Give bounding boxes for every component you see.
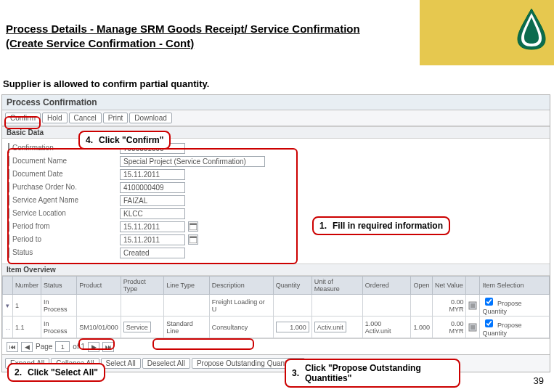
pager-page-input[interactable]: 1 xyxy=(55,341,70,352)
location-label: Service Location xyxy=(8,208,117,219)
cell-ordered xyxy=(362,295,411,317)
pager-last-button[interactable]: ⏭ xyxy=(102,342,114,352)
location-field[interactable]: KLCC xyxy=(120,208,185,219)
agent-field[interactable]: FAIZAL xyxy=(120,195,185,206)
pager-page-label: Page xyxy=(36,343,52,351)
pager-of-label: of 1 xyxy=(73,343,85,351)
svg-rect-3 xyxy=(190,237,197,238)
svg-rect-1 xyxy=(190,224,197,225)
cell-product: SM10/01/000 xyxy=(77,317,121,338)
cell-open: 1.000 xyxy=(411,317,433,338)
cell-select[interactable]: Propose Quantity xyxy=(480,317,550,338)
sap-screen-title: Process Confirmation xyxy=(2,95,550,110)
slide-subtitle: Supplier is allowed to confirm partial q… xyxy=(3,78,209,89)
po-label: Purchase Order No. xyxy=(8,182,117,192)
calendar-icon[interactable] xyxy=(188,234,198,245)
item-overview-header: Item Overview xyxy=(2,264,550,276)
cell-desc: Freight Loading or U xyxy=(209,295,273,317)
col-qty: Quantity xyxy=(273,277,311,295)
slide-number: 39 xyxy=(534,375,544,386)
period-from-field[interactable]: 15.11.2011 xyxy=(120,221,185,232)
callout-text: Fill in required information xyxy=(333,221,443,231)
cell-product xyxy=(77,295,121,317)
print-button[interactable]: Print xyxy=(103,113,129,123)
row-detail-icon[interactable] xyxy=(466,317,480,338)
cell-qty[interactable]: 1.000 xyxy=(273,317,311,338)
cell-ltype xyxy=(164,295,209,317)
col-number: Number xyxy=(13,277,41,295)
po-field[interactable]: 4100000409 xyxy=(120,182,185,193)
cell-ptype: Service xyxy=(121,317,163,338)
cell-uom xyxy=(311,295,362,317)
callout-num: 3. xyxy=(292,368,299,378)
slide-header: Process Details - Manage SRM Goods Recei… xyxy=(0,0,554,65)
col-sel: Item Selection xyxy=(480,277,550,295)
table-row: ‥ 1.1 In Process SM10/01/000 Service Sta… xyxy=(3,317,550,338)
callout-num: 1. xyxy=(319,221,327,231)
hold-button[interactable]: Hold xyxy=(42,113,68,123)
main-toolbar: Confirm Hold Cancel Print Download xyxy=(2,110,550,126)
col-product: Product xyxy=(77,277,121,295)
period-from-label: Period from xyxy=(8,221,117,232)
propose-qty-checkbox[interactable] xyxy=(485,298,493,306)
callout-text: Click "Propose Outstanding Quantities" xyxy=(305,363,453,383)
callout-text: Click "Select All" xyxy=(28,367,98,377)
cancel-button[interactable]: Cancel xyxy=(69,113,102,123)
cell-net: 0.00 MYR xyxy=(432,295,466,317)
basic-data-form: Confirmation 7900031090 Document Name Sp… xyxy=(2,139,550,264)
cell-number: 1 xyxy=(13,295,41,317)
cell-open xyxy=(411,295,433,317)
col-uom: Unit of Measure xyxy=(311,277,362,295)
row-detail-icon[interactable] xyxy=(466,295,480,317)
pager-next-button[interactable]: ▶ xyxy=(88,342,99,352)
petronas-drop-icon xyxy=(515,7,548,51)
download-button[interactable]: Download xyxy=(129,113,171,123)
propose-qty-checkbox[interactable] xyxy=(485,319,493,327)
col-ltype: Line Type xyxy=(164,277,209,295)
row-expander[interactable]: ▾ xyxy=(3,295,13,317)
item-table: Number Status Product Product Type Line … xyxy=(2,276,550,338)
page-title: Process Details - Manage SRM Goods Recei… xyxy=(6,22,383,50)
brand-logo-block xyxy=(420,0,554,65)
col-net: Net Value xyxy=(432,277,466,295)
col-open: Open xyxy=(411,277,433,295)
cell-ptype xyxy=(121,295,163,317)
callout-1: 1. Fill in required information xyxy=(312,216,450,235)
pager: ⏮ ◀ Page 1 of 1 ▶ ⏭ xyxy=(2,338,550,354)
row-expander[interactable]: ‥ xyxy=(3,317,13,338)
cell-status: In Process xyxy=(41,295,77,317)
status-label: Status xyxy=(8,248,117,258)
col-ordered: Ordered xyxy=(362,277,411,295)
table-header-row: Number Status Product Product Type Line … xyxy=(3,277,550,295)
doc-date-field[interactable]: 15.11.2011 xyxy=(120,169,185,180)
deselect-all-button[interactable]: Deselect All xyxy=(142,358,190,369)
col-desc: Description xyxy=(209,277,273,295)
callout-num: 2. xyxy=(15,367,22,377)
callout-4: 4. Click "Confirm" xyxy=(78,131,171,150)
confirm-button[interactable]: Confirm xyxy=(5,113,41,123)
cell-ordered: 1.000 Activ.unit xyxy=(362,317,411,338)
cell-ltype: Standard Line xyxy=(164,317,209,338)
agent-label: Service Agent Name xyxy=(8,195,117,205)
select-all-button[interactable]: Select All xyxy=(101,358,141,369)
cell-net: 0.00 MYR xyxy=(432,317,466,338)
doc-name-field[interactable]: Special Project (Service Confirmation) xyxy=(120,156,265,167)
cell-uom: Activ.unit xyxy=(311,317,362,338)
callout-2: 2. Click "Select All" xyxy=(7,363,105,382)
col-ptype: Product Type xyxy=(121,277,163,295)
callout-text: Click "Confirm" xyxy=(99,135,163,145)
cell-select[interactable]: Propose Quantity xyxy=(480,295,550,317)
cell-desc: Consultancy xyxy=(209,317,273,338)
cell-qty xyxy=(273,295,311,317)
pager-first-button[interactable]: ⏮ xyxy=(7,342,18,352)
doc-date-label: Document Date xyxy=(8,169,117,179)
calendar-icon[interactable] xyxy=(188,221,198,232)
cell-status: In Process xyxy=(41,317,77,338)
period-to-label: Period to xyxy=(8,234,117,245)
table-row: ▾ 1 In Process Freight Loading or U 0.00… xyxy=(3,295,550,317)
pager-prev-button[interactable]: ◀ xyxy=(21,342,33,352)
callout-num: 4. xyxy=(86,135,93,145)
col-status: Status xyxy=(41,277,77,295)
period-to-field[interactable]: 15.11.2011 xyxy=(120,234,185,245)
status-field: Created xyxy=(120,248,185,258)
